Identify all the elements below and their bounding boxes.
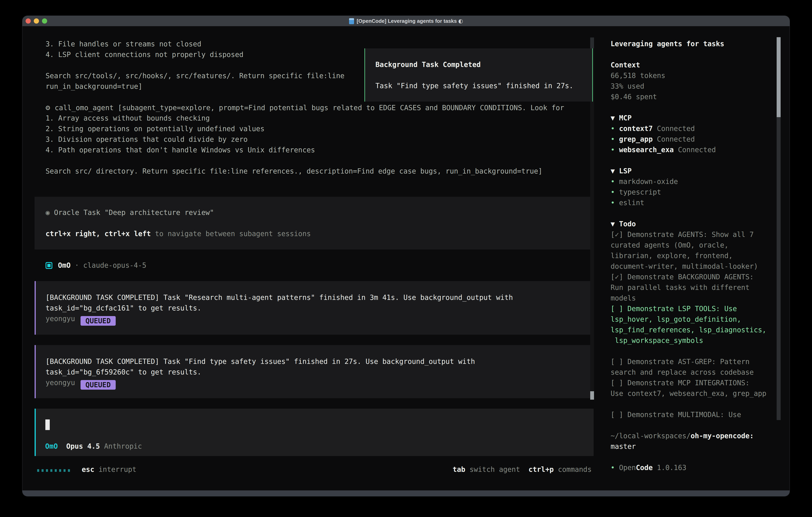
text-row bbox=[611, 102, 766, 113]
queued-badge: QUEUED bbox=[81, 316, 116, 326]
text-row: $0.46 spent bbox=[611, 91, 766, 102]
window-title: [OpenCode] Leveraging agents for tasks ◐ bbox=[22, 16, 790, 26]
text-row: lsp_hover, lsp_goto_definition, bbox=[611, 314, 766, 325]
status-right: tab switch agent ctrl+p commands bbox=[453, 464, 591, 475]
model-info: OmO Opus 4.5 Anthropic bbox=[45, 441, 142, 452]
text-row: ⚙ call_omo_agent [subagent_type=explore,… bbox=[46, 102, 564, 113]
text-row: yeongyu QUEUED bbox=[46, 314, 593, 324]
text-row bbox=[611, 346, 766, 356]
prompt-input[interactable]: OmO Opus 4.5 Anthropic bbox=[35, 409, 593, 456]
text-row: • context7 Connected bbox=[611, 124, 766, 134]
text-row: [ ] Demonstrate MCP INTEGRATIONS: bbox=[611, 378, 766, 388]
text-row: Search src/ directory. Return specific f… bbox=[46, 166, 564, 176]
status-bar: esc interrupt tab switch agent ctrl+p co… bbox=[37, 464, 591, 475]
task-completed-message-1: [BACKGROUND TASK COMPLETED] Task "Resear… bbox=[35, 281, 593, 335]
text-row: master bbox=[611, 441, 766, 452]
titlebar: [OpenCode] Leveraging agents for tasks ◐ bbox=[22, 16, 790, 26]
text-row bbox=[375, 70, 592, 81]
text-row bbox=[611, 208, 766, 219]
text-row: 3. Division operations that could divide… bbox=[46, 134, 564, 145]
text-row: • websearch_exa Connected bbox=[611, 144, 766, 155]
text-row: 66,518 tokens bbox=[611, 71, 766, 81]
window-bottom-edge bbox=[22, 490, 790, 496]
text-row: librarian, explore, frontend, bbox=[611, 250, 766, 261]
text-row: Background Task Completed bbox=[375, 59, 592, 70]
text-row: task_id="bg_dcfac161" to get results. bbox=[46, 303, 593, 314]
text-row: ▼ Todo bbox=[611, 219, 766, 229]
text-row: OmO Opus 4.5 Anthropic bbox=[45, 441, 142, 452]
text-row: lsp_find_references, lsp_diagnostics, bbox=[611, 325, 766, 335]
text-row: 33% used bbox=[611, 81, 766, 91]
text-row: ▼ LSP bbox=[611, 166, 766, 176]
text-row: ctrl+x right, ctrl+x left to navigate be… bbox=[46, 228, 593, 239]
text-row: Run parallel tasks with different bbox=[611, 282, 766, 293]
text-row: • grep_app Connected bbox=[611, 134, 766, 144]
text-row: Task "Find type safety issues" finished … bbox=[375, 81, 592, 91]
text-cursor bbox=[46, 419, 50, 430]
text-row: Leveraging agents for tasks bbox=[611, 38, 766, 49]
text-row bbox=[46, 218, 593, 228]
app-window: [OpenCode] Leveraging agents for tasks ◐… bbox=[22, 16, 790, 496]
text-row: [✓] Demonstrate BACKGROUND AGENTS: bbox=[611, 272, 766, 282]
text-row: 1. Array access without bounds checking bbox=[46, 113, 564, 124]
text-row: [BACKGROUND TASK COMPLETED] Task "Find t… bbox=[46, 356, 593, 367]
text-row: Use context7, websearch_exa, grep_app bbox=[611, 388, 766, 399]
text-row: 4. Path operations that don't handle Win… bbox=[46, 145, 564, 155]
text-row: • markdown-oxide bbox=[611, 176, 766, 187]
sidebar-scrollbar-track[interactable] bbox=[777, 117, 781, 420]
text-row bbox=[611, 155, 766, 166]
text-row: • eslint bbox=[611, 197, 766, 208]
text-row: [ ] Demonstrate LSP TOOLS: Use bbox=[611, 303, 766, 314]
text-row: document-writer, multimodal-looker) bbox=[611, 261, 766, 272]
text-row: [ ] Demonstrate MULTIMODAL: Use bbox=[611, 409, 766, 420]
text-row bbox=[46, 155, 564, 166]
text-row bbox=[611, 452, 766, 462]
agent-checkbox-icon bbox=[46, 262, 52, 269]
text-row: [✓] Demonstrate AGENTS: Show all 7 bbox=[611, 229, 766, 240]
text-row bbox=[611, 420, 766, 431]
text-row: yeongyu QUEUED bbox=[46, 377, 593, 388]
text-row: ◉ Oracle Task "Deep architecture review" bbox=[46, 207, 593, 218]
text-row: lsp_workspace_symbols bbox=[611, 335, 766, 346]
text-row: tab switch agent ctrl+p commands bbox=[453, 464, 591, 475]
text-row: search and replace across codebase bbox=[611, 367, 766, 378]
main-scrollbar-segment[interactable] bbox=[590, 37, 594, 48]
text-row: • OpenCode 1.0.163 bbox=[611, 462, 766, 473]
text-row: [ ] Demonstrate AST-GREP: Pattern bbox=[611, 356, 766, 367]
text-row: 2. String operations on potentially unde… bbox=[46, 124, 564, 134]
oracle-task-box: ◉ Oracle Task "Deep architecture review"… bbox=[35, 197, 593, 249]
document-icon bbox=[349, 18, 354, 24]
text-row: OmO · claude-opus-4-5 bbox=[46, 260, 146, 271]
sidebar-scrollbar-thumb[interactable] bbox=[777, 37, 781, 117]
task-completed-message-2: [BACKGROUND TASK COMPLETED] Task "Find t… bbox=[35, 345, 593, 398]
text-row: • typescript bbox=[611, 187, 766, 197]
text-row: task_id="bg_6f59260c" to get results. bbox=[46, 367, 593, 377]
queued-badge: QUEUED bbox=[81, 380, 116, 390]
main-scrollbar-thumb[interactable] bbox=[590, 391, 594, 400]
text-row: models bbox=[611, 293, 766, 303]
background-task-notification: Background Task CompletedTask "Find type… bbox=[365, 48, 593, 102]
status-left: esc interrupt bbox=[37, 464, 137, 475]
text-row: [BACKGROUND TASK COMPLETED] Task "Resear… bbox=[46, 292, 593, 303]
text-row bbox=[611, 49, 766, 60]
text-row: ▼ MCP bbox=[611, 113, 766, 124]
text-row: esc interrupt bbox=[37, 464, 137, 475]
text-row bbox=[611, 399, 766, 409]
text-row: Context bbox=[611, 60, 766, 71]
text-row: curated agents (OmO, oracle, bbox=[611, 240, 766, 250]
spinner-dots bbox=[37, 464, 72, 475]
agent-header: OmO · claude-opus-4-5 bbox=[46, 260, 146, 271]
half-circle-icon: ◐ bbox=[458, 18, 463, 24]
sidebar: Leveraging agents for tasksContext66,518… bbox=[611, 38, 766, 473]
text-row: ~/local-workspaces/oh-my-opencode: bbox=[611, 431, 766, 441]
text-row: 3. File handles or streams not closed bbox=[46, 39, 564, 49]
